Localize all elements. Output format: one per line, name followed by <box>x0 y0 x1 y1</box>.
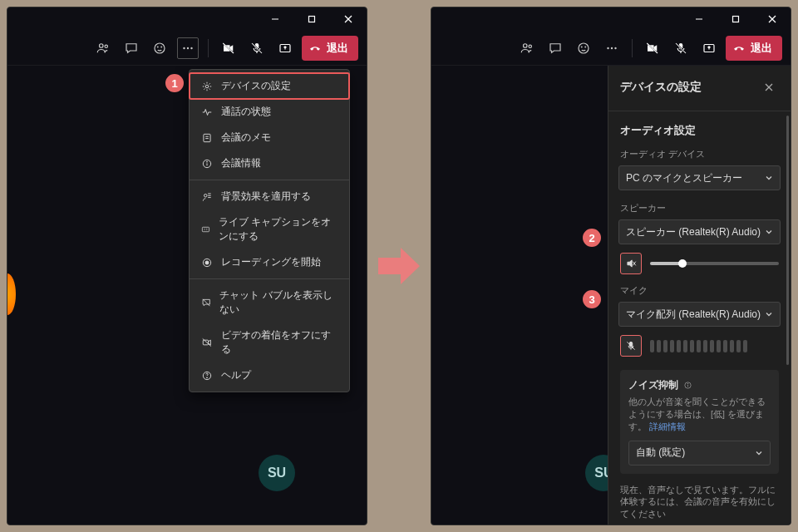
menu-meeting-info[interactable]: 会議情報 <box>190 150 349 176</box>
svg-point-32 <box>205 260 209 264</box>
transition-arrow <box>374 241 424 291</box>
camera-off-icon[interactable] <box>641 37 664 60</box>
mic-muted-icon <box>625 340 637 352</box>
mic-select[interactable]: マイク配列 (Realtek(R) Audio) <box>618 302 781 327</box>
more-icon[interactable] <box>600 37 623 60</box>
speaker-mute-button[interactable] <box>620 253 642 274</box>
speaker-select[interactable]: スピーカー (Realtek(R) Audio) <box>618 219 781 244</box>
svg-point-26 <box>204 194 208 197</box>
audio-device-select[interactable]: PC のマイクとスピーカー <box>618 165 781 190</box>
minimize-button[interactable] <box>260 7 290 31</box>
select-value: 自動 (既定) <box>636 446 685 460</box>
svg-rect-1 <box>309 17 315 22</box>
noise-select[interactable]: 自動 (既定) <box>628 441 771 466</box>
menu-label: チャット バブルを表示しない <box>219 288 337 317</box>
svg-rect-20 <box>204 134 210 141</box>
svg-point-11 <box>190 47 192 48</box>
leave-label: 退出 <box>327 41 348 56</box>
menu-label: デバイスの設定 <box>221 79 291 93</box>
people-icon[interactable] <box>91 37 115 60</box>
audio-device-label: オーディオ デバイス <box>608 141 791 164</box>
message-off-icon <box>201 297 211 308</box>
panel-title: デバイスの設定 <box>620 80 702 95</box>
mic-label: マイク <box>608 278 791 300</box>
annotation-marker-2: 2 <box>583 229 601 247</box>
activity-icon <box>201 106 213 118</box>
leave-button[interactable]: 退出 <box>726 36 782 61</box>
menu-separator <box>190 180 349 180</box>
menu-meeting-notes[interactable]: 会議のメモ <box>190 125 349 150</box>
menu-device-settings[interactable]: デバイスの設定 <box>190 73 349 99</box>
svg-point-10 <box>187 47 189 48</box>
device-settings-panel: デバイスの設定 オーディオ設定 オーディオ デバイス PC のマイクとスピーカー… <box>608 66 791 525</box>
hangup-icon <box>732 42 746 55</box>
share-icon[interactable] <box>697 37 721 60</box>
svg-point-19 <box>205 85 209 88</box>
close-button[interactable] <box>757 7 787 31</box>
mic-level-meter <box>650 340 779 352</box>
titlebar <box>7 7 367 31</box>
svg-rect-34 <box>203 340 208 345</box>
svg-point-7 <box>157 47 158 47</box>
menu-turn-off-incoming-video[interactable]: ビデオの着信をオフにする <box>190 323 349 362</box>
record-icon <box>201 257 213 268</box>
svg-rect-30 <box>202 227 209 231</box>
speaker-volume-slider[interactable] <box>650 262 779 265</box>
mic-off-icon[interactable] <box>245 37 268 60</box>
panel-close-button[interactable] <box>759 77 779 97</box>
chevron-down-icon <box>765 174 773 182</box>
svg-point-37 <box>207 377 208 377</box>
noise-details-link[interactable]: 詳細情報 <box>649 421 686 431</box>
menu-background-effects[interactable]: 背景効果を適用する <box>190 184 349 209</box>
menu-label: 通話の状態 <box>221 105 271 119</box>
mic-off-icon[interactable] <box>669 37 692 60</box>
svg-point-47 <box>607 47 608 48</box>
close-button[interactable] <box>333 7 363 31</box>
annotation-marker-1: 1 <box>165 74 184 92</box>
titlebar <box>431 7 791 31</box>
select-value: PC のマイクとスピーカー <box>626 171 742 185</box>
muted-note: 現在、音声なしで見ています。フルに体験するには、会議の音声を有効にしてください <box>620 484 779 520</box>
mic-mute-button[interactable] <box>620 335 642 357</box>
call-toolbar: 退出 <box>7 31 367 66</box>
help-icon <box>201 370 213 382</box>
share-icon[interactable] <box>273 37 297 60</box>
noise-suppression-card: ノイズ抑制 他の人が音楽を聞くことができるようにする場合は、[低] を選びます。… <box>620 370 779 474</box>
camera-off-icon[interactable] <box>217 37 240 60</box>
menu-live-captions[interactable]: ライブ キャプションをオンにする <box>190 209 349 249</box>
gear-icon <box>201 81 213 92</box>
decorative-circle <box>7 273 16 315</box>
toolbar-divider <box>632 39 633 57</box>
menu-help[interactable]: ヘルプ <box>190 362 349 388</box>
menu-start-recording[interactable]: レコーディングを開始 <box>190 249 349 275</box>
minimize-button[interactable] <box>684 7 714 31</box>
maximize-button[interactable] <box>297 7 327 31</box>
menu-label: ヘルプ <box>221 368 251 382</box>
chat-icon[interactable] <box>120 37 143 60</box>
people-icon[interactable] <box>515 37 539 60</box>
menu-label: 背景効果を適用する <box>221 190 311 204</box>
leave-button[interactable]: 退出 <box>302 36 358 61</box>
background-icon <box>201 191 213 203</box>
menu-hide-chat-bubble[interactable]: チャット バブルを表示しない <box>190 283 349 323</box>
menu-call-health[interactable]: 通話の状態 <box>190 99 349 125</box>
scrollbar[interactable] <box>786 116 789 365</box>
menu-separator <box>190 278 349 279</box>
chevron-down-icon <box>755 449 763 457</box>
teams-window-left: 退出 1 デバイスの設定 通話の状態 会議のメモ <box>7 7 367 525</box>
menu-label: ビデオの着信をオフにする <box>221 328 337 357</box>
toolbar-divider <box>208 39 209 57</box>
svg-point-8 <box>161 47 162 47</box>
menu-label: 会議のメモ <box>221 131 271 145</box>
speaker-muted-icon <box>625 258 637 269</box>
select-value: マイク配列 (Realtek(R) Audio) <box>626 308 761 322</box>
svg-point-9 <box>183 47 185 48</box>
react-icon[interactable] <box>572 37 595 60</box>
more-icon[interactable] <box>176 37 200 60</box>
info-icon <box>683 381 692 390</box>
select-value: スピーカー (Realtek(R) Audio) <box>626 225 761 239</box>
more-menu: デバイスの設定 通話の状態 会議のメモ 会議情報 背景効果を適用する <box>189 69 350 392</box>
maximize-button[interactable] <box>721 7 751 31</box>
chat-icon[interactable] <box>544 37 567 60</box>
react-icon[interactable] <box>148 37 171 60</box>
